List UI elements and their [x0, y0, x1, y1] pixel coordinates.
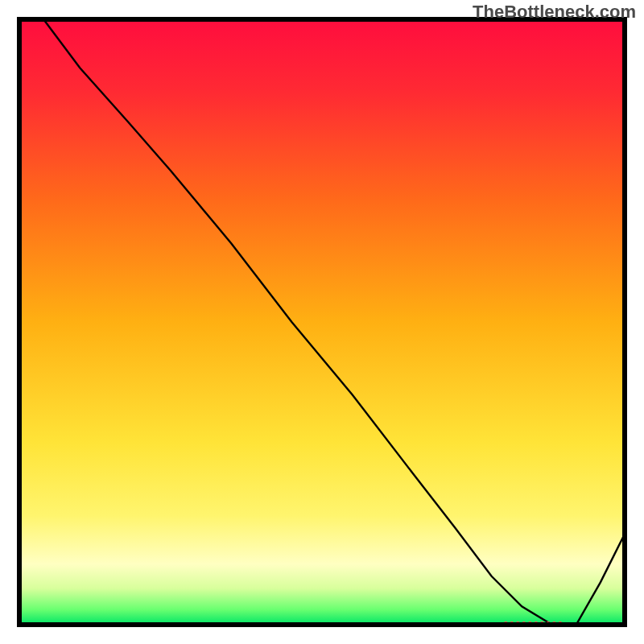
plot-background [19, 19, 625, 625]
bottleneck-chart [0, 0, 644, 644]
chart-container: { "watermark": "TheBottleneck.com", "cha… [0, 0, 644, 644]
watermark-text: TheBottleneck.com [473, 2, 636, 23]
